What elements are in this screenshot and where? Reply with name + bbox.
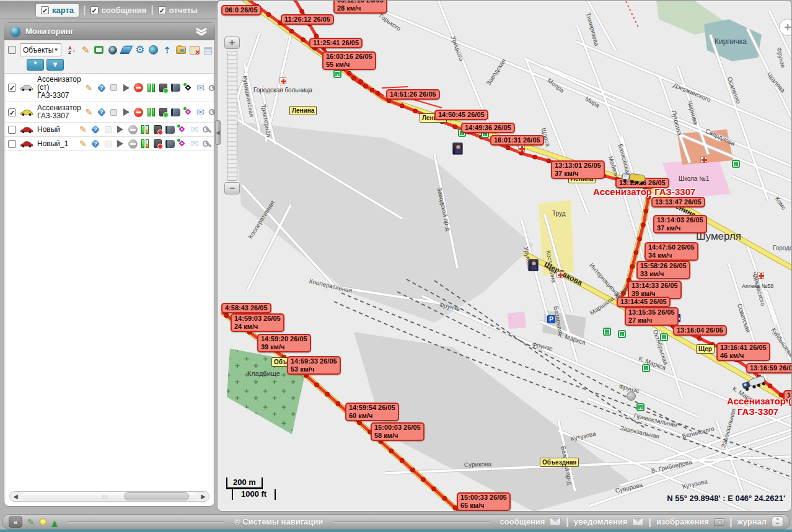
edit-icon[interactable]: ✎ [78,139,88,149]
messages-envelope-icon[interactable] [550,518,561,526]
follow-icon[interactable] [121,83,131,93]
object-row[interactable]: ✓Ассенизатор ГАЗ-3307✎?✉ [4,102,214,123]
settings-wrench-icon[interactable] [202,124,212,134]
edit-icon[interactable]: ✎ [78,124,88,134]
wildcard-filter-button[interactable]: * [27,59,44,71]
collapse-bar-button[interactable]: « [9,517,22,528]
layers-icon[interactable] [121,45,131,55]
messages-link[interactable]: сообщения [500,517,545,526]
gear-icon[interactable]: ⚙ [134,45,145,55]
monitoring-header[interactable]: Мониторинг [4,23,214,40]
object-row[interactable]: Новый✎?✉ [4,123,214,137]
settings-wrench-icon[interactable] [208,107,215,117]
track-icon[interactable] [183,83,193,93]
journal-expand-icon[interactable]: ⌃⌃ [772,517,783,527]
object-checkbox[interactable] [8,126,16,134]
properties-icon[interactable] [165,124,175,134]
notifications-link[interactable]: уведомления [574,517,628,526]
messages-log-icon[interactable] [152,124,162,134]
block-icon[interactable] [134,83,144,93]
map-pan-control[interactable] [221,4,252,35]
eye-icon[interactable] [107,45,118,55]
follow-icon[interactable] [121,107,131,117]
zoom-in-button[interactable]: + [224,37,240,49]
journal-link[interactable]: журнал [737,517,767,526]
object-name[interactable]: Новый [37,126,75,134]
object-name[interactable]: Ассенизатор (ст) ГАЗ-3307 [37,76,81,100]
pan-up-icon[interactable] [232,4,242,14]
object-row[interactable]: ✓Ассенизатор (ст) ГАЗ-3307✎?✉ [4,74,214,102]
info-icon[interactable]: ? [90,139,100,149]
scroll-right-icon[interactable]: ▶ [198,492,209,501]
follow-icon[interactable] [115,124,125,134]
scrollbar-thumb[interactable] [124,492,189,500]
scrollbar-track[interactable]: ||| [21,492,198,500]
message-icon[interactable]: ✉ [196,83,206,93]
horizontal-scrollbar[interactable]: ◀ ||| ▶ [9,491,209,502]
block-icon[interactable] [128,139,138,149]
edit-icon[interactable]: ✎ [84,107,94,117]
camera-icon[interactable] [714,518,724,526]
messages-log-icon[interactable] [152,139,162,149]
map-tab-checkbox[interactable]: ✓ [41,6,49,14]
notifications-envelope-icon[interactable] [632,518,643,526]
info-icon[interactable]: ? [97,107,107,117]
track-icon[interactable] [177,139,187,149]
zoom-out-button[interactable]: − [224,182,240,194]
info-icon[interactable]: ? [97,83,107,93]
marker-tool-icon[interactable] [51,517,58,527]
images-link[interactable]: изображения [656,517,709,526]
scroll-left-icon[interactable]: ◀ [10,492,21,501]
clipboard-icon[interactable]: ▤ [203,45,213,55]
edit-icon[interactable]: ✎ [80,45,90,55]
object-row[interactable]: Новый_1✎?✉ [4,137,214,151]
block-icon[interactable] [128,124,138,134]
object-checkbox[interactable]: ✓ [8,84,16,92]
screen-icon[interactable] [94,45,104,55]
object-name[interactable]: Новый_1 [37,140,75,148]
properties-icon[interactable] [171,107,181,117]
messages-tab-checkbox[interactable]: ✓ [90,6,99,14]
tab-map[interactable]: ✓ карта [36,4,79,17]
settings-wrench-icon[interactable] [202,139,212,149]
collapse-panel-icon[interactable] [195,27,208,36]
tab-messages[interactable]: ✓ сообщения [90,6,147,15]
edit-tool-icon[interactable]: ✎ [27,517,35,527]
messages-log-icon[interactable] [159,83,169,93]
pan-right-icon[interactable] [242,15,252,25]
globe-icon[interactable] [148,45,159,55]
track-icon[interactable] [183,107,193,117]
object-checkbox[interactable] [8,140,16,148]
map-x-icon[interactable] [189,45,200,55]
panel-collapse-handle[interactable]: ◀ [215,120,221,145]
track-icon[interactable] [177,124,187,134]
message-icon[interactable]: ✉ [196,107,206,117]
filter-dropdown-button[interactable]: ▼ [46,59,64,71]
message-icon[interactable]: ✉ [190,139,200,149]
properties-icon[interactable] [165,139,175,149]
select-icon[interactable] [109,107,119,117]
select-icon[interactable] [103,139,113,149]
messages-log-icon[interactable] [159,107,169,117]
select-all-checkbox[interactable] [8,46,16,54]
sort-az-icon[interactable]: AZ↓ [66,45,77,55]
lightbulb-icon[interactable] [40,518,46,525]
folder-icon[interactable] [175,45,186,55]
select-icon[interactable] [109,83,119,93]
map-area[interactable]: ГорькогоУрицкогоТимирязеваМопраМираДзерж… [217,0,792,512]
message-icon[interactable]: ✉ [190,124,200,134]
pan-left-icon[interactable] [221,15,231,25]
select-icon[interactable] [103,124,113,134]
properties-icon[interactable] [171,83,181,93]
info-icon[interactable]: ? [90,124,100,134]
block-icon[interactable] [134,107,144,117]
pan-down-icon[interactable] [232,25,242,35]
objects-dropdown[interactable]: Объекты▼ [20,43,61,56]
tab-reports[interactable]: ✓ отчеты [158,6,198,15]
object-checkbox[interactable]: ✓ [8,108,16,116]
zoom-slider[interactable] [227,51,237,181]
follow-icon[interactable] [115,139,125,149]
object-name[interactable]: Ассенизатор ГАЗ-3307 [37,104,81,120]
settings-wrench-icon[interactable] [208,83,215,93]
edit-icon[interactable]: ✎ [84,83,94,93]
